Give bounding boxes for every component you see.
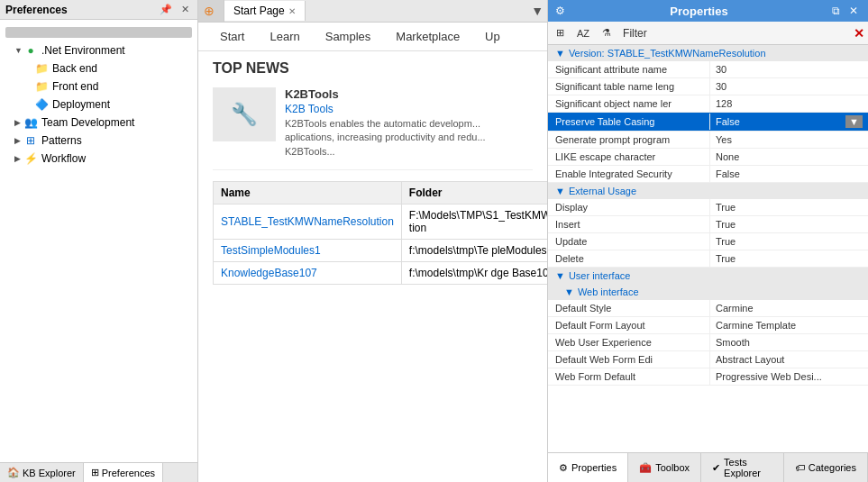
properties-title: Properties	[670, 5, 727, 18]
like-escape-label: LIKE escape character	[548, 149, 710, 165]
props-row-display: Display True	[548, 199, 868, 216]
start-page-tab[interactable]: Start Page ✕	[224, 1, 306, 21]
tree-label: Team Development	[41, 116, 134, 129]
sig-obj-label: Significant object name ler	[548, 95, 710, 112]
toolbox-tab-label: Toolbox	[655, 462, 690, 473]
tree-item-net-env[interactable]: ▼ ● .Net Environment	[0, 41, 197, 59]
properties-body: ▼ Version: STABLE_TestKMWNameResolution …	[548, 45, 868, 452]
app-container: Preferences 📌 ✕ ▼ ● .Net Environment 📁	[0, 0, 868, 482]
props-sort-button[interactable]: AZ	[572, 25, 594, 41]
version-label: Version: STABLE_TestKMWNameResolution	[569, 48, 766, 59]
enable-security-value: False	[710, 166, 868, 182]
web-interface-chevron-icon: ▼	[564, 286, 574, 297]
close-filter-button[interactable]: ✕	[854, 26, 864, 41]
props-filter-toolbar-button[interactable]: ⚗	[598, 24, 616, 41]
tree-item-backend[interactable]: 📁 Back end	[0, 59, 197, 77]
like-escape-value: None	[710, 149, 868, 165]
nav-marketplace[interactable]: Marketplace	[383, 23, 472, 50]
insert-label: Insert	[548, 216, 710, 232]
tab-toolbox[interactable]: 🧰 Toolbox	[628, 453, 701, 482]
properties-bottom-tabs: ⚙ Properties 🧰 Toolbox ✔ Tests Explorer …	[548, 452, 868, 482]
sig-obj-value: 128	[710, 95, 868, 112]
external-usage-label: External Usage	[569, 186, 636, 196]
props-row-sig-table: Significant table name leng 30	[548, 78, 868, 95]
float-button[interactable]: ⧉	[829, 4, 843, 18]
tree-item-frontend[interactable]: 📁 Front end	[0, 77, 197, 95]
default-style-value: Carmine	[710, 300, 868, 316]
kb-explorer-icon: 🏠	[7, 467, 20, 478]
delete-value: True	[710, 250, 868, 267]
left-panel-title: Preferences	[5, 4, 68, 16]
web-interface-section-header: ▼ Web interface	[548, 284, 868, 300]
left-panel: Preferences 📌 ✕ ▼ ● .Net Environment 📁	[0, 0, 198, 482]
kb-explorer-label: KB Explorer	[23, 468, 76, 478]
nav-up[interactable]: Up	[472, 23, 513, 50]
tree-label: Deployment	[52, 98, 110, 111]
properties-gear-icon: ⚙	[555, 5, 565, 17]
chevron-down-icon: ▼	[14, 46, 23, 55]
tab-tests-explorer[interactable]: ✔ Tests Explorer	[701, 453, 784, 482]
user-interface-section-header: ▼ User interface	[548, 268, 868, 284]
row-name: KnowledgeBase107	[214, 262, 402, 285]
preserve-casing-dropdown-arrow[interactable]: ▼	[845, 115, 863, 128]
tab-categories[interactable]: 🏷 Categories	[784, 453, 868, 482]
close-right-panel-button[interactable]: ✕	[846, 4, 861, 18]
tree-item-deployment[interactable]: 🔷 Deployment	[0, 95, 197, 114]
version-chevron-icon: ▼	[555, 48, 565, 59]
nav-learn[interactable]: Learn	[257, 23, 312, 50]
version-section-header: ▼ Version: STABLE_TestKMWNameResolution	[548, 45, 868, 61]
tab-scroll-button[interactable]: ▼	[527, 2, 547, 20]
chevron-right-icon: ▶	[14, 154, 23, 163]
enable-security-label: Enable Integrated Security	[548, 166, 710, 182]
props-row-like-escape: LIKE escape character None	[548, 149, 868, 166]
tests-explorer-tab-label: Tests Explorer	[724, 457, 772, 478]
table-row: TestSimpleModules1 f:\models\tmp\Te pleM…	[214, 240, 548, 262]
tab-kb-explorer[interactable]: 🏠 KB Explorer	[0, 463, 84, 482]
nav-start[interactable]: Start	[207, 23, 257, 50]
kb-link-2[interactable]: TestSimpleModules1	[221, 244, 321, 257]
props-row-update: Update True	[548, 233, 868, 250]
nav-samples[interactable]: Samples	[313, 23, 384, 50]
center-body: TOP NEWS 🔧 K2BTools K2B Tools K2BTools e…	[198, 51, 547, 482]
properties-tab-icon: ⚙	[559, 462, 568, 474]
web-user-exp-label: Web User Experience	[548, 334, 710, 350]
props-row-default-style: Default Style Carmine	[548, 300, 868, 317]
tab-close-button[interactable]: ✕	[288, 6, 296, 16]
web-user-exp-value: Smooth	[710, 334, 868, 350]
tab-preferences[interactable]: ⊞ Preferences	[84, 463, 163, 482]
tree-item-team-dev[interactable]: ▶ 👥 Team Development	[0, 114, 197, 132]
props-row-sig-obj: Significant object name ler 128	[548, 95, 868, 113]
sig-attr-label: Significant attribute name	[548, 61, 710, 77]
news-link[interactable]: K2B Tools	[285, 103, 533, 115]
display-value: True	[710, 199, 868, 215]
chevron-right-icon: ▶	[14, 136, 23, 145]
tree-label: Front end	[52, 80, 98, 93]
news-thumb-icon: 🔧	[231, 102, 258, 127]
external-usage-section-header: ▼ External Usage	[548, 183, 868, 199]
left-panel-icons: 📌 ✕	[157, 3, 192, 16]
tree-item-patterns[interactable]: ▶ ⊞ Patterns	[0, 132, 197, 150]
kb-link-3[interactable]: KnowledgeBase107	[221, 267, 317, 279]
props-row-default-web-form-edit: Default Web Form Edi Abstract Layout	[548, 351, 868, 368]
tree-item-workflow[interactable]: ▶ ⚡ Workflow	[0, 150, 197, 168]
knowledge-base-table: Name Folder STABLE_TestKMWNameResolution…	[213, 181, 547, 285]
folder-icon: 📁	[34, 79, 49, 94]
row-name: STABLE_TestKMWNameResolution	[214, 205, 402, 240]
tab-properties[interactable]: ⚙ Properties	[548, 453, 628, 482]
tests-explorer-tab-icon: ✔	[712, 462, 720, 474]
kb-link-1[interactable]: STABLE_TestKMWNameResolution	[221, 215, 394, 228]
display-label: Display	[548, 199, 710, 215]
props-row-enable-security: Enable Integrated Security False	[548, 166, 868, 183]
props-row-sig-attr: Significant attribute name 30	[548, 61, 868, 78]
sig-attr-value: 30	[710, 61, 868, 77]
pin-button[interactable]: 📌	[157, 3, 175, 16]
properties-toolbar: ⊞ AZ ⚗ Filter ✕	[548, 22, 868, 45]
props-row-preserve-casing[interactable]: Preserve Table Casing False ▼	[548, 113, 868, 132]
center-panel: ⊕ Start Page ✕ ▼ Start Learn Samples Mar…	[198, 0, 548, 482]
props-grid-button[interactable]: ⊞	[552, 24, 569, 41]
close-left-panel-button[interactable]: ✕	[178, 3, 192, 16]
update-label: Update	[548, 233, 710, 250]
web-form-default-value: Progressive Web Desi...	[710, 368, 868, 385]
news-thumbnail: 🔧	[213, 87, 276, 141]
news-description: K2BTools enables the automatic developm.…	[285, 117, 533, 159]
